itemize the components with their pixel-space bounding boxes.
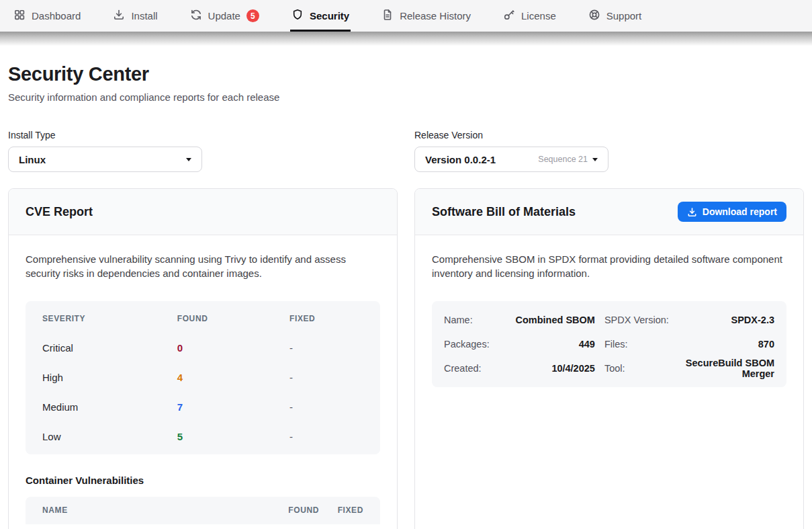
cve-report-header: CVE Report [9,189,397,235]
cve-report-title: CVE Report [26,205,93,219]
chevron-down-icon [186,158,191,161]
release-version-value: Version 0.0.2-1 [425,154,496,165]
nav-item-label: License [521,10,556,22]
severity-name: Critical [42,342,177,354]
refresh-icon [190,9,202,23]
container-vulnerabilities-header-row: NAME FOUND FIXED [26,497,380,524]
sbom-info-value: SecureBuild SBOM Merger [678,356,774,380]
sbom-title: Software Bill of Materials [432,205,576,219]
table-row: Low 5 - [26,422,380,452]
sbom-info-label: SPDX Version: [604,308,669,332]
download-icon [113,9,125,23]
found-column-header: FOUND [177,314,289,323]
page-title: Security Center [8,63,804,85]
cve-report-description: Comprehensive vulnerability scanning usi… [26,252,380,281]
update-count-badge: 5 [246,9,259,22]
sbom-header: Software Bill of Materials Download repo… [415,189,803,235]
sbom-info-label: Created: [444,356,490,380]
severity-column-header: SEVERITY [42,314,177,323]
shield-icon [291,9,304,23]
sbom-info-value: 449 [499,332,595,356]
severity-table-header-row: SEVERITY FOUND FIXED [26,304,380,333]
install-type-value: Linux [19,154,46,165]
nav-item-install[interactable]: Install [111,0,159,32]
sbom-info-value: 870 [678,332,774,356]
dashboard-grid-icon [13,9,26,23]
install-type-select[interactable]: Linux [8,147,202,172]
sbom-description: Comprehensive SBOM in SPDX format provid… [432,252,786,281]
severity-name: Medium [42,401,177,413]
sbom-body: Comprehensive SBOM in SPDX format provid… [415,235,803,404]
nav-item-label: Update [208,10,240,22]
nav-item-license[interactable]: License [502,0,557,32]
nav-item-update[interactable]: Update 5 [189,0,261,32]
sbom-info-label: Packages: [444,332,490,356]
nav-item-label: Security [310,10,349,22]
install-type-filter: Install Type Linux [8,130,398,172]
found-column-header: FOUND [257,505,319,515]
severity-name: Low [42,431,177,442]
key-icon [503,9,515,23]
sbom-card: Software Bill of Materials Download repo… [414,188,804,529]
table-row: Medium 7 - [26,393,380,422]
filters-row: Install Type Linux Release Version Versi… [8,130,804,172]
lifebuoy-icon [588,9,600,23]
download-report-button[interactable]: Download report [678,202,786,222]
top-navigation: Dashboard Install Update 5 Security Rele… [0,0,812,32]
container-vulnerabilities-title: Container Vulnerabilities [26,475,380,486]
fixed-count: - [289,372,363,383]
cve-report-card: CVE Report Comprehensive vulnerability s… [8,188,398,529]
severity-table: SEVERITY FOUND FIXED Critical 0 - High 4… [26,301,380,454]
sbom-info-value: SPDX-2.3 [678,308,774,332]
cards-row: CVE Report Comprehensive vulnerability s… [8,188,804,529]
nav-item-dashboard[interactable]: Dashboard [12,0,82,32]
nav-item-label: Support [606,10,642,22]
fixed-count: - [289,342,363,354]
found-count: 0 [177,342,289,354]
sbom-info-label: Name: [444,308,490,332]
document-icon [381,9,394,23]
chevron-down-icon [592,158,598,161]
sbom-info-value: Combined SBOM [499,308,595,332]
release-version-select[interactable]: Version 0.0.2-1 Sequence 21 [414,147,608,172]
nav-item-release-history[interactable]: Release History [380,0,472,32]
cve-report-body: Comprehensive vulnerability scanning usi… [9,235,397,529]
fixed-count: - [289,401,363,413]
sbom-info-label: Tool: [604,356,669,380]
nav-item-security[interactable]: Security [290,0,351,32]
nav-item-label: Dashboard [32,10,81,22]
download-report-label: Download report [703,206,777,217]
sbom-info-label: Files: [604,332,669,356]
name-column-header: NAME [42,505,257,515]
sbom-info-value: 10/4/2025 [499,356,595,380]
fixed-column-header: FIXED [289,314,363,323]
install-type-label: Install Type [8,130,398,140]
release-version-filter: Release Version Version 0.0.2-1 Sequence… [414,130,804,172]
container-vulnerabilities-table: NAME FOUND FIXED [26,497,380,524]
release-version-label: Release Version [414,130,804,140]
nav-item-support[interactable]: Support [587,0,643,32]
nav-item-label: Install [131,10,157,22]
sequence-hint: Sequence 21 [538,155,588,164]
found-count: 5 [177,431,289,442]
table-row: Critical 0 - [26,333,380,363]
found-count: 7 [177,401,289,413]
page-content: Security Center Security information and… [0,63,812,529]
sbom-info-grid: Name: Combined SBOM SPDX Version: SPDX-2… [432,301,786,387]
severity-name: High [42,372,177,383]
nav-scroll-shadow [0,32,812,46]
page-subtitle: Security information and compliance repo… [8,91,804,103]
found-count: 4 [177,372,289,383]
download-icon [687,207,697,217]
fixed-count: - [289,431,363,442]
nav-item-label: Release History [400,10,471,22]
fixed-column-header: FIXED [319,505,363,515]
table-row: High 4 - [26,363,380,393]
